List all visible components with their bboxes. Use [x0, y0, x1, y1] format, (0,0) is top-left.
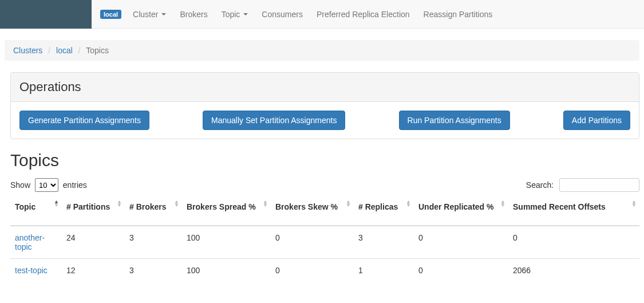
nav-reassign-partitions[interactable]: Reassign Partitions: [417, 1, 500, 27]
run-partition-assignments-button[interactable]: Run Partition Assignments: [399, 111, 510, 130]
topics-title: Topics: [10, 151, 639, 170]
table-controls: Show 10 entries Search:: [10, 178, 639, 192]
table-row: another-topic 24 3 100 0 3 0 0: [10, 226, 639, 259]
cell-skew: 0: [271, 226, 354, 259]
col-replicas[interactable]: # Replicas ▲▼: [354, 196, 414, 226]
add-partitions-button[interactable]: Add Partitions: [563, 111, 630, 130]
nav-brokers[interactable]: Brokers: [173, 1, 214, 27]
col-offsets[interactable]: Summed Recent Offsets ▲▼: [508, 196, 639, 226]
col-label: Summed Recent Offsets: [513, 202, 606, 211]
cell-brokers: 3: [125, 259, 182, 282]
breadcrumb: Clusters / local / Topics: [5, 40, 639, 61]
cell-skew: 0: [271, 259, 354, 282]
operations-panel: Operations Generate Partition Assignment…: [10, 72, 639, 139]
breadcrumb-sep: /: [45, 46, 54, 55]
generate-partition-assignments-button[interactable]: Generate Partition Assignments: [19, 111, 149, 130]
topics-panel: Topics Show 10 entries Search: Topic ▲: [10, 151, 639, 282]
cell-under: 0: [414, 226, 508, 259]
topic-link[interactable]: test-topic: [15, 266, 48, 275]
breadcrumb-cluster-name[interactable]: local: [56, 46, 73, 55]
cell-spread: 100: [182, 226, 271, 259]
cell-replicas: 3: [354, 226, 414, 259]
nav-label: Cluster: [133, 10, 158, 19]
cell-replicas: 1: [354, 259, 414, 282]
sort-icon: ▲▼: [263, 200, 268, 207]
col-under-replicated[interactable]: Under Replicated % ▲▼: [414, 196, 508, 226]
cell-under: 0: [414, 259, 508, 282]
cluster-badge: local: [100, 10, 121, 19]
sort-icon: ▲▼: [54, 200, 60, 207]
nav-label: Consumers: [262, 10, 303, 19]
table-row: test-topic 12 3 100 0 1 0 2066: [10, 259, 639, 282]
col-partitions[interactable]: # Partitions ▲▼: [62, 196, 125, 226]
sort-icon: ▲▼: [500, 200, 506, 207]
nav-label: Brokers: [180, 10, 207, 19]
cell-offsets: 2066: [508, 259, 639, 282]
entries-select[interactable]: 10: [35, 178, 58, 192]
entries-control: Show 10 entries: [10, 178, 87, 192]
sort-icon: ▲▼: [631, 200, 637, 207]
col-label: # Partitions: [66, 202, 110, 211]
brand-logo[interactable]: [0, 0, 92, 29]
operations-title: Operations: [19, 80, 630, 95]
search-label: Search:: [526, 180, 554, 190]
sort-icon: ▲▼: [346, 200, 351, 207]
manually-set-partition-assignments-button[interactable]: Manually Set Partition Assignments: [203, 111, 345, 130]
show-label-prefix: Show: [10, 180, 30, 190]
breadcrumb-sep: /: [75, 46, 84, 55]
show-label-suffix: entries: [63, 180, 87, 190]
cell-offsets: 0: [508, 226, 639, 259]
sort-icon: ▲▼: [406, 200, 412, 207]
topic-link[interactable]: another-topic: [15, 233, 45, 251]
sort-icon: ▲▼: [117, 200, 123, 207]
breadcrumb-clusters[interactable]: Clusters: [13, 46, 42, 55]
chevron-down-icon: [161, 13, 166, 15]
nav-preferred-replica-election[interactable]: Preferred Replica Election: [310, 1, 417, 27]
nav-label: Preferred Replica Election: [317, 10, 410, 19]
nav-topic[interactable]: Topic: [215, 1, 255, 27]
operations-heading: Operations: [11, 73, 639, 102]
search-input[interactable]: [559, 178, 639, 192]
col-label: # Replicas: [358, 202, 398, 211]
col-topic[interactable]: Topic ▲▼: [10, 196, 62, 226]
cell-partitions: 12: [62, 259, 125, 282]
sort-icon: ▲▼: [174, 200, 180, 207]
cell-partitions: 24: [62, 226, 125, 259]
col-brokers[interactable]: # Brokers ▲▼: [125, 196, 182, 226]
col-label: # Brokers: [129, 202, 167, 211]
col-spread[interactable]: Brokers Spread % ▲▼: [182, 196, 271, 226]
search-control: Search:: [526, 178, 639, 192]
col-label: Brokers Spread %: [187, 202, 256, 211]
cell-spread: 100: [182, 259, 271, 282]
col-label: Under Replicated %: [418, 202, 493, 211]
col-label: Brokers Skew %: [275, 202, 338, 211]
nav-items: local Cluster Brokers Topic Consumers Pr…: [92, 1, 499, 27]
col-label: Topic: [15, 202, 35, 211]
navbar: local Cluster Brokers Topic Consumers Pr…: [0, 0, 644, 29]
col-skew[interactable]: Brokers Skew % ▲▼: [271, 196, 354, 226]
nav-label: Reassign Partitions: [424, 10, 493, 19]
nav-label: Topic: [222, 10, 240, 19]
chevron-down-icon: [243, 13, 248, 15]
topics-table: Topic ▲▼ # Partitions ▲▼ # Brokers ▲▼ Br…: [10, 196, 639, 282]
nav-consumers[interactable]: Consumers: [255, 1, 310, 27]
cell-brokers: 3: [125, 226, 182, 259]
nav-cluster[interactable]: Cluster: [126, 1, 173, 27]
breadcrumb-current: Topics: [86, 46, 109, 55]
